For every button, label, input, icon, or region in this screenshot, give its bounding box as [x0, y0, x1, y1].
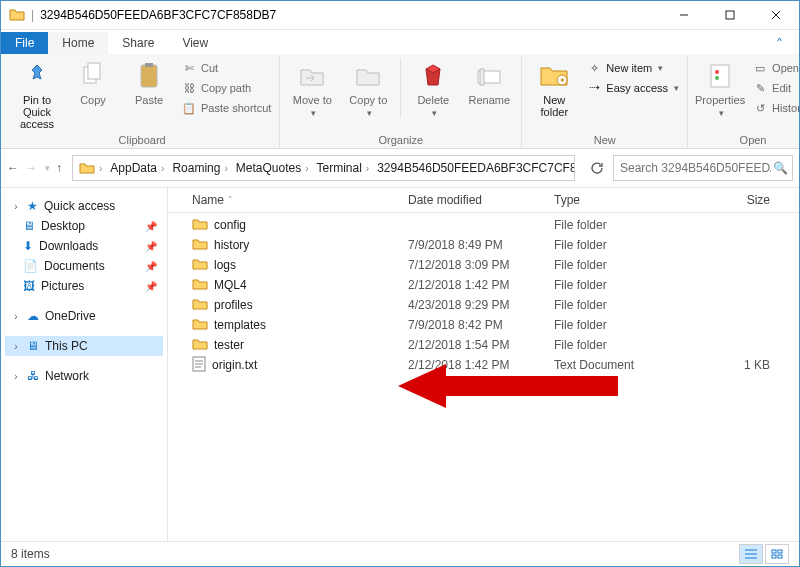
- nav-desktop[interactable]: 🖥Desktop📌: [5, 216, 163, 236]
- pictures-icon: 🖼: [23, 279, 35, 293]
- svg-rect-9: [480, 69, 484, 85]
- nav-network[interactable]: ›🖧Network: [5, 366, 163, 386]
- network-icon: 🖧: [27, 369, 39, 383]
- nav-arrows: ← → ▾ ↑: [7, 161, 62, 175]
- breadcrumb-item[interactable]: Roaming›: [168, 161, 231, 175]
- nav-documents[interactable]: 📄Documents📌: [5, 256, 163, 276]
- file-row[interactable]: MQL42/12/2018 1:42 PMFile folder: [168, 275, 799, 295]
- view-details-button[interactable]: [739, 544, 763, 564]
- tab-home[interactable]: Home: [48, 32, 108, 54]
- svg-rect-5: [88, 63, 100, 79]
- move-to-button[interactable]: Move to▾: [286, 58, 338, 120]
- search-icon: 🔍: [773, 161, 788, 175]
- nav-pictures[interactable]: 🖼Pictures📌: [5, 276, 163, 296]
- view-large-icons-button[interactable]: [765, 544, 789, 564]
- minimize-button[interactable]: [661, 1, 707, 29]
- file-type: File folder: [546, 278, 682, 292]
- pin-icon: 📌: [145, 221, 157, 232]
- refresh-button[interactable]: [585, 156, 609, 180]
- copy-path-button[interactable]: ⛓Copy path: [179, 79, 273, 97]
- paste-button[interactable]: Paste: [123, 58, 175, 108]
- easy-access-button[interactable]: ⭬Easy access▾: [584, 79, 681, 97]
- ribbon-group-label-organize: Organize: [286, 132, 515, 148]
- file-type: File folder: [546, 258, 682, 272]
- new-folder-icon: ✶: [538, 60, 570, 92]
- column-date[interactable]: Date modified: [400, 193, 546, 207]
- ribbon-collapse-button[interactable]: ˄: [759, 34, 799, 54]
- nav-this-pc[interactable]: ›🖥This PC: [5, 336, 163, 356]
- address-bar[interactable]: › AppData› Roaming› MetaQuotes› Terminal…: [72, 155, 575, 181]
- nav-onedrive[interactable]: ›☁OneDrive: [5, 306, 163, 326]
- file-type: File folder: [546, 318, 682, 332]
- column-size[interactable]: Size: [682, 193, 778, 207]
- svg-text:✶: ✶: [559, 76, 566, 85]
- view-buttons: [739, 544, 789, 564]
- pin-quick-access-button[interactable]: Pin to Quick access: [11, 58, 63, 132]
- breadcrumb-item[interactable]: MetaQuotes›: [232, 161, 313, 175]
- folder-icon: [192, 237, 208, 254]
- properties-button[interactable]: Properties▾: [694, 58, 746, 120]
- search-input[interactable]: [618, 160, 773, 176]
- ribbon: Pin to Quick access Copy Paste ✄Cut ⛓Cop…: [1, 54, 799, 149]
- ribbon-group-organize: Move to▾ Copy to▾ Delete▾ Rename Organiz…: [280, 56, 522, 148]
- file-list-pane: Name˄ Date modified Type Size configFile…: [168, 188, 799, 541]
- history-button[interactable]: ↺History: [750, 99, 800, 117]
- forward-button[interactable]: →: [25, 161, 37, 175]
- pin-icon: 📌: [145, 281, 157, 292]
- delete-button[interactable]: Delete▾: [407, 58, 459, 120]
- ribbon-group-open: Properties▾ ▭Open▾ ✎Edit ↺History Open: [688, 56, 800, 148]
- rename-button[interactable]: Rename: [463, 58, 515, 108]
- file-date: 2/12/2018 1:42 PM: [400, 278, 546, 292]
- nav-downloads[interactable]: ⬇Downloads📌: [5, 236, 163, 256]
- paste-shortcut-button[interactable]: 📋Paste shortcut: [179, 99, 273, 117]
- recent-locations-button[interactable]: ▾: [45, 163, 50, 173]
- new-item-button[interactable]: ✧New item▾: [584, 59, 681, 77]
- qat-separator: |: [31, 8, 34, 22]
- breadcrumb-root-icon[interactable]: ›: [75, 160, 106, 176]
- sort-indicator-icon: ˄: [228, 195, 233, 205]
- edit-button[interactable]: ✎Edit: [750, 79, 800, 97]
- navigation-pane[interactable]: ›★Quick access 🖥Desktop📌 ⬇Downloads📌 📄Do…: [1, 188, 168, 541]
- onedrive-icon: ☁: [27, 309, 39, 323]
- paste-shortcut-icon: 📋: [181, 100, 197, 116]
- cut-button[interactable]: ✄Cut: [179, 59, 273, 77]
- tab-file[interactable]: File: [1, 32, 48, 54]
- body: ›★Quick access 🖥Desktop📌 ⬇Downloads📌 📄Do…: [1, 188, 799, 541]
- file-date: 7/12/2018 3:09 PM: [400, 258, 546, 272]
- column-name[interactable]: Name˄: [184, 193, 400, 207]
- nav-quick-access[interactable]: ›★Quick access: [5, 196, 163, 216]
- breadcrumb-item[interactable]: 3294B546D50FEEDA6BF3CFC7CF858DB7›: [373, 161, 575, 175]
- column-type[interactable]: Type: [546, 193, 682, 207]
- breadcrumb-item[interactable]: Terminal›: [312, 161, 373, 175]
- file-row[interactable]: configFile folder: [168, 215, 799, 235]
- status-item-count: 8 items: [11, 547, 50, 561]
- breadcrumb-item[interactable]: AppData›: [106, 161, 168, 175]
- copy-path-icon: ⛓: [181, 80, 197, 96]
- file-row[interactable]: history7/9/2018 8:49 PMFile folder: [168, 235, 799, 255]
- file-row[interactable]: tester2/12/2018 1:54 PMFile folder: [168, 335, 799, 355]
- downloads-icon: ⬇: [23, 239, 33, 253]
- copy-button[interactable]: Copy: [67, 58, 119, 108]
- move-to-icon: [296, 60, 328, 92]
- new-folder-button[interactable]: ✶ New folder: [528, 58, 580, 120]
- file-row[interactable]: logs7/12/2018 3:09 PMFile folder: [168, 255, 799, 275]
- file-date: 2/12/2018 1:54 PM: [400, 338, 546, 352]
- file-list[interactable]: configFile folderhistory7/9/2018 8:49 PM…: [168, 213, 799, 541]
- open-button[interactable]: ▭Open▾: [750, 59, 800, 77]
- edit-icon: ✎: [752, 80, 768, 96]
- copy-to-button[interactable]: Copy to▾: [342, 58, 394, 120]
- close-button[interactable]: [753, 1, 799, 29]
- easy-access-icon: ⭬: [586, 80, 602, 96]
- file-row[interactable]: profiles4/23/2018 9:29 PMFile folder: [168, 295, 799, 315]
- back-button[interactable]: ←: [7, 161, 19, 175]
- file-row[interactable]: templates7/9/2018 8:42 PMFile folder: [168, 315, 799, 335]
- maximize-button[interactable]: [707, 1, 753, 29]
- up-button[interactable]: ↑: [56, 161, 62, 175]
- file-row[interactable]: origin.txt2/12/2018 1:42 PMText Document…: [168, 355, 799, 375]
- tab-view[interactable]: View: [168, 32, 222, 54]
- history-icon: ↺: [752, 100, 768, 116]
- tab-share[interactable]: Share: [108, 32, 168, 54]
- file-name: profiles: [214, 298, 253, 312]
- search-box[interactable]: 🔍: [613, 155, 793, 181]
- svg-rect-25: [772, 555, 776, 558]
